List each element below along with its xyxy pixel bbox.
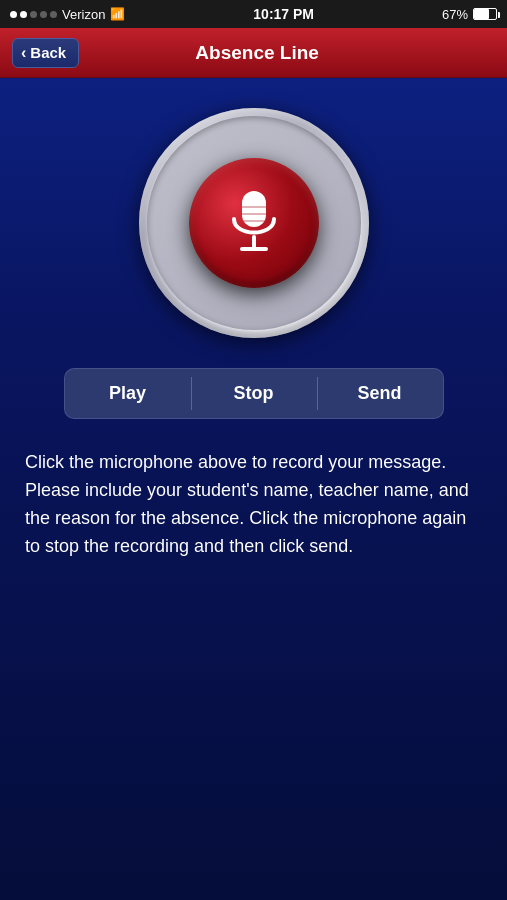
back-chevron-icon: ‹ — [21, 44, 26, 62]
status-bar: Verizon 📶 10:17 PM 67% — [0, 0, 507, 28]
battery-icon — [473, 8, 497, 20]
signal-dot-1 — [10, 11, 17, 18]
battery-percentage: 67% — [442, 7, 468, 22]
signal-dot-5 — [50, 11, 57, 18]
wifi-icon: 📶 — [110, 7, 125, 21]
microphone-button[interactable] — [139, 108, 369, 338]
nav-title: Absence Line — [79, 42, 435, 64]
nav-bar: ‹ Back Absence Line — [0, 28, 507, 78]
status-right: 67% — [442, 7, 497, 22]
status-left: Verizon 📶 — [10, 7, 125, 22]
battery-fill — [474, 9, 489, 19]
stop-button[interactable]: Stop — [191, 369, 317, 418]
play-button[interactable]: Play — [65, 369, 191, 418]
send-button[interactable]: Send — [317, 369, 443, 418]
instructions-text: Click the microphone above to record you… — [20, 449, 487, 561]
signal-dots — [10, 11, 57, 18]
microphone-icon — [224, 187, 284, 259]
controls-row: Play Stop Send — [64, 368, 444, 419]
status-time: 10:17 PM — [253, 6, 314, 22]
back-button[interactable]: ‹ Back — [12, 38, 79, 68]
mic-inner-circle — [189, 158, 319, 288]
carrier-label: Verizon — [62, 7, 105, 22]
back-label: Back — [30, 44, 66, 61]
signal-dot-3 — [30, 11, 37, 18]
signal-dot-2 — [20, 11, 27, 18]
main-content: Play Stop Send Click the microphone abov… — [0, 78, 507, 900]
signal-dot-4 — [40, 11, 47, 18]
